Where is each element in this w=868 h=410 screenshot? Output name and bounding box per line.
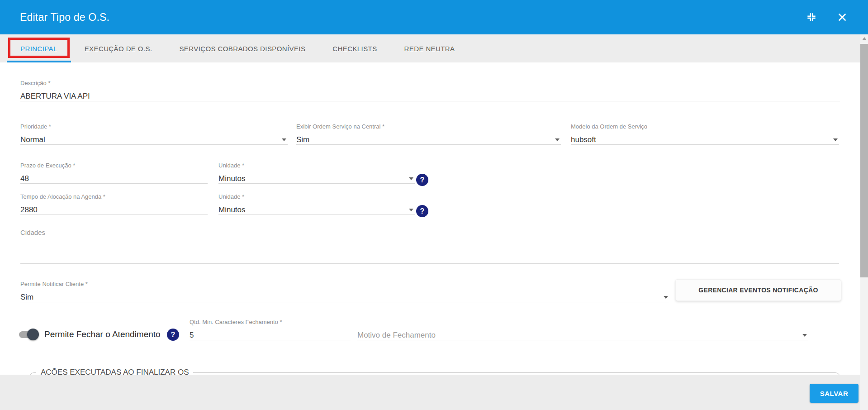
descricao-input[interactable]: ABERTURA VIA API <box>20 91 840 101</box>
unidade-alocacao-select[interactable]: Minutos <box>218 205 415 215</box>
field-label: Unidade * <box>218 162 415 169</box>
field-label: Cidades <box>20 229 839 236</box>
qtd-min-caracteres-input[interactable]: 5 <box>190 330 351 340</box>
help-icon[interactable]: ? <box>167 329 179 341</box>
field-label: Prazo de Execução * <box>20 162 208 169</box>
field-value: Normal <box>20 135 45 144</box>
field-permite-notificar: Permite Notificar Cliente * Sim <box>20 281 669 302</box>
dropdown-caret-icon <box>802 334 807 337</box>
field-value: ABERTURA VIA API <box>20 92 90 100</box>
modal-header: Editar Tipo de O.S. <box>0 0 868 34</box>
field-prazo-execucao: Prazo de Execução * 48 <box>20 162 208 184</box>
dropdown-caret-icon <box>833 138 838 141</box>
field-value: Minutos <box>218 205 246 214</box>
field-label: Modelo da Ordem de Serviço <box>571 123 839 130</box>
tab-rede-neutra[interactable]: REDE NEUTRA <box>391 34 469 62</box>
dropdown-caret-icon <box>555 138 560 141</box>
dropdown-caret-icon <box>664 296 668 299</box>
tab-execucao-de-os[interactable]: EXECUÇÃO DE O.S. <box>71 34 166 62</box>
salvar-button[interactable]: SALVAR <box>810 384 859 403</box>
dropdown-caret-icon <box>282 138 286 141</box>
field-unidade-alocacao: Unidade * Minutos <box>218 193 415 215</box>
tab-label: EXECUÇÃO DE O.S. <box>85 45 152 52</box>
modelo-ordem-select[interactable]: hubsoft <box>571 135 839 145</box>
tab-label: REDE NEUTRA <box>404 45 455 52</box>
compress-icon[interactable] <box>802 8 821 27</box>
help-glyph: ? <box>420 207 425 215</box>
acoes-section-title: AÇÕES EXECUTADAS AO FINALIZAR OS <box>36 368 193 375</box>
field-label: Descrição * <box>20 80 840 87</box>
field-label: Unidade * <box>218 193 415 200</box>
help-glyph: ? <box>420 176 425 184</box>
help-glyph: ? <box>171 331 175 339</box>
gerenciar-eventos-notificacao-button[interactable]: GERENCIAR EVENTOS NOTIFICAÇÃO <box>675 279 841 301</box>
scroll-up-arrow-icon[interactable] <box>860 34 868 43</box>
permite-fechar-label: Permite Fechar o Atendimento <box>44 329 161 339</box>
prioridade-select[interactable]: Normal <box>20 135 288 145</box>
field-qtd-min-caracteres: Qtd. Min. Caracteres Fechamento * 5 <box>190 319 351 340</box>
field-modelo-ordem: Modelo da Ordem de Serviço hubsoft <box>571 123 839 145</box>
tab-label: PRINCIPAL <box>20 45 57 52</box>
tab-checklists[interactable]: CHECKLISTS <box>319 34 390 62</box>
field-label: Qtd. Min. Caracteres Fechamento * <box>190 319 351 326</box>
permite-fechar-toggle[interactable] <box>19 331 37 338</box>
field-value: 48 <box>20 174 29 183</box>
field-value: 5 <box>190 331 194 339</box>
vertical-scrollbar[interactable] <box>860 34 868 410</box>
tab-servicos-cobrados[interactable]: SERVIÇOS COBRADOS DISPONÍVEIS <box>166 34 319 62</box>
field-label: Permite Notificar Cliente * <box>20 281 669 288</box>
field-value: Sim <box>296 135 309 144</box>
tab-principal[interactable]: PRINCIPAL <box>7 34 71 62</box>
field-prioridade: Prioridade * Normal <box>20 123 288 145</box>
prazo-execucao-input[interactable]: 48 <box>20 174 208 184</box>
tempo-alocacao-input[interactable]: 2880 <box>20 205 208 215</box>
tab-label: CHECKLISTS <box>332 45 377 52</box>
exibir-ordem-central-select[interactable]: Sim <box>296 135 561 145</box>
unidade-prazo-select[interactable]: Minutos <box>218 174 415 184</box>
dropdown-caret-icon <box>409 177 413 180</box>
toggle-knob <box>27 329 39 340</box>
help-icon[interactable]: ? <box>416 205 428 217</box>
field-label: Exibir Ordem Serviço na Central * <box>296 123 561 130</box>
field-tempo-alocacao: Tempo de Alocação na Agenda * 2880 <box>20 193 208 215</box>
field-exibir-ordem-central: Exibir Ordem Serviço na Central * Sim <box>296 123 561 145</box>
field-motivo-fechamento: Motivo de Fechamento <box>357 319 808 340</box>
close-icon[interactable] <box>833 8 852 27</box>
dropdown-caret-icon <box>409 209 413 211</box>
field-label: Tempo de Alocação na Agenda * <box>20 193 208 200</box>
tab-bar: PRINCIPAL EXECUÇÃO DE O.S. SERVIÇOS COBR… <box>0 34 868 62</box>
modal-title: Editar Tipo de O.S. <box>20 11 802 24</box>
field-descricao: Descrição * ABERTURA VIA API <box>20 80 840 101</box>
modal-footer: SALVAR <box>0 375 868 410</box>
field-label <box>357 319 808 326</box>
field-value: Sim <box>20 293 33 301</box>
help-icon[interactable]: ? <box>416 174 428 186</box>
field-unidade-prazo: Unidade * Minutos <box>218 162 415 184</box>
field-value: hubsoft <box>571 135 596 144</box>
scrollbar-thumb[interactable] <box>860 44 868 277</box>
form-content: Descrição * ABERTURA VIA API Prioridade … <box>0 62 860 375</box>
field-placeholder: Motivo de Fechamento <box>357 331 436 339</box>
field-label: Prioridade * <box>20 123 288 130</box>
motivo-fechamento-select[interactable]: Motivo de Fechamento <box>357 330 808 340</box>
tab-label: SERVIÇOS COBRADOS DISPONÍVEIS <box>179 45 305 52</box>
field-value: Minutos <box>218 174 246 183</box>
cidades-input[interactable] <box>20 241 839 264</box>
field-value: 2880 <box>20 205 38 214</box>
field-cidades: Cidades <box>20 229 839 264</box>
permite-notificar-select[interactable]: Sim <box>20 292 669 302</box>
